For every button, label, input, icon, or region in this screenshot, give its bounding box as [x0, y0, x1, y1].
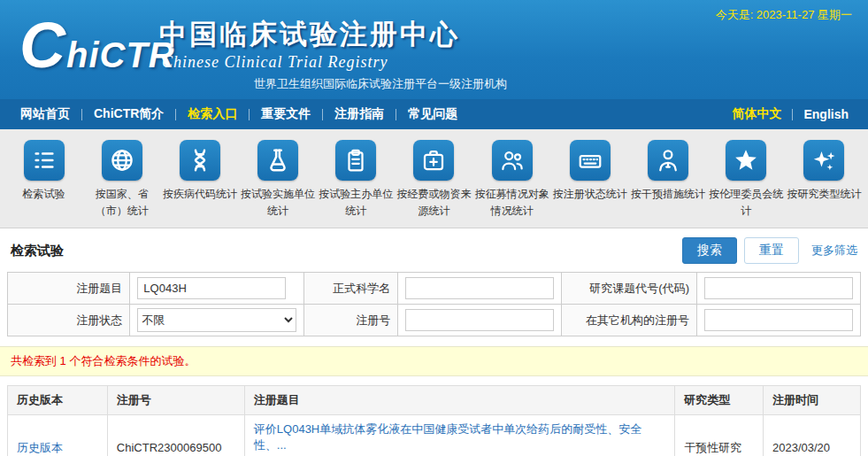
- registration-date-cell: 2023/03/20: [764, 415, 861, 456]
- people-icon: [492, 140, 533, 181]
- stat-item-by-implementing-unit[interactable]: 按试验实施单位统计: [240, 140, 317, 220]
- search-actions: 搜索 重置 更多筛选: [682, 237, 857, 264]
- lang-simplified-chinese[interactable]: 简体中文: [721, 106, 792, 122]
- language-switcher: 简体中文 English: [721, 106, 859, 122]
- main-nav: 网站首页 ChiCTR简介 检索入口 重要文件 注册指南 常见问题 简体中文 E…: [0, 99, 868, 129]
- more-filters-link[interactable]: 更多筛选: [811, 243, 857, 259]
- scientific-name-input[interactable]: [405, 277, 554, 299]
- study-type-cell: 干预性研究: [675, 415, 764, 456]
- reg-status-label: 注册状态: [8, 305, 130, 336]
- trial-title-link[interactable]: 评价LQ043H单域抗体雾化液在中国健康受试者中单次给药后的耐受性、安全性、..…: [254, 422, 641, 452]
- site-title-chinese: 中国临床试验注册中心: [159, 16, 460, 53]
- project-code-label: 研究课题代号(代码): [562, 273, 697, 305]
- stat-item-search-trials[interactable]: 检索试验: [5, 140, 82, 220]
- dna-icon: [180, 140, 220, 181]
- reg-number-input[interactable]: [405, 309, 554, 331]
- globe-icon: [102, 140, 142, 181]
- search-form: 注册题目 正式科学名 研究课题代号(代码) 注册状态 不限 注册号 在其它机构的…: [7, 272, 861, 336]
- stat-item-label: 按注册状态统计: [553, 186, 627, 203]
- other-reg-number-label: 在其它机构的注册号: [562, 305, 697, 336]
- stat-item-by-sponsor-unit[interactable]: 按试验主办单位统计: [318, 140, 395, 220]
- search-section-title: 检索试验: [11, 243, 64, 259]
- clipboard-icon: [335, 140, 376, 181]
- stat-item-by-intervention[interactable]: 按干预措施统计: [630, 140, 707, 220]
- col-header-history: 历史版本: [8, 386, 108, 415]
- reg-status-select[interactable]: 不限: [137, 308, 296, 332]
- nav-item-guide[interactable]: 注册指南: [323, 106, 396, 122]
- project-code-input[interactable]: [704, 277, 853, 299]
- col-header-study-type: 研究类型: [675, 386, 764, 415]
- flask-icon: [257, 140, 298, 181]
- stat-item-by-ethics-committee[interactable]: 按伦理委员会统计: [708, 140, 785, 220]
- keyboard-icon: [570, 140, 611, 181]
- site-subtitle: 世界卫生组织国际临床试验注册平台一级注册机构: [254, 76, 507, 92]
- star-icon: [726, 140, 766, 181]
- stat-item-by-registration-status[interactable]: 按注册状态统计: [551, 140, 628, 220]
- other-reg-number-input[interactable]: [704, 309, 853, 331]
- nav-item-home[interactable]: 网站首页: [9, 106, 81, 122]
- stat-item-by-country[interactable]: 按国家、省（市）统计: [83, 140, 160, 220]
- search-button[interactable]: 搜索: [682, 237, 737, 264]
- table-row: 历史版本 ChiCTR2300069500 评价LQ043H单域抗体雾化液在中国…: [8, 415, 861, 456]
- stat-item-by-study-type[interactable]: 按研究类型统计: [786, 140, 863, 220]
- results-header-row: 历史版本 注册号 注册题目 研究类型 注册时间: [8, 386, 861, 415]
- reset-button[interactable]: 重置: [744, 237, 799, 264]
- col-header-title: 注册题目: [244, 386, 674, 415]
- list-123-icon: [24, 140, 65, 181]
- col-header-reg-number: 注册号: [107, 386, 244, 415]
- search-section-header: 检索试验 搜索 重置 更多筛选: [0, 228, 868, 272]
- nav-item-about[interactable]: ChiCTR简介: [82, 106, 175, 122]
- results-summary: 共检索到 1 个符合检索条件的试验。: [0, 346, 868, 376]
- stat-item-label: 检索试验: [7, 186, 81, 203]
- stat-item-label: 按经费或物资来源统计: [396, 186, 471, 219]
- site-title-english: Chinese Clinical Trial Registry: [162, 53, 388, 72]
- history-version-link[interactable]: 历史版本: [17, 441, 63, 454]
- form-row: 注册状态 不限 注册号 在其它机构的注册号: [8, 305, 861, 336]
- scientific-name-label: 正式科学名: [304, 273, 398, 305]
- stat-item-by-funding-source[interactable]: 按经费或物资来源统计: [396, 140, 472, 220]
- col-header-reg-date: 注册时间: [764, 386, 861, 415]
- stat-item-label: 按国家、省（市）统计: [85, 186, 159, 219]
- form-row: 注册题目 正式科学名 研究课题代号(代码): [8, 273, 861, 305]
- stat-item-label: 按征募情况对象情况统计: [475, 186, 549, 219]
- today-date: 今天是: 2023-11-27 星期一: [716, 7, 852, 23]
- stat-item-label: 按干预措施统计: [631, 186, 705, 203]
- reg-title-label: 注册题目: [8, 273, 130, 305]
- stat-item-label: 按疾病代码统计: [163, 186, 237, 203]
- stat-item-by-recruitment[interactable]: 按征募情况对象情况统计: [473, 140, 550, 220]
- stat-item-by-disease-code[interactable]: 按疾病代码统计: [161, 140, 238, 220]
- stat-item-label: 按试验主办单位统计: [319, 186, 393, 219]
- nav-item-faq[interactable]: 常见问题: [396, 106, 469, 122]
- lang-english[interactable]: English: [793, 107, 859, 121]
- stat-item-label: 按伦理委员会统计: [709, 186, 783, 219]
- site-header: 今天是: 2023-11-27 星期一 ChiCTR 中国临床试验注册中心 Ch…: [0, 0, 868, 99]
- results-table: 历史版本 注册号 注册题目 研究类型 注册时间 历史版本 ChiCTR23000…: [7, 385, 861, 456]
- nav-item-documents[interactable]: 重要文件: [250, 106, 322, 122]
- trial-title-cell: 评价LQ043H单域抗体雾化液在中国健康受试者中单次给药后的耐受性、安全性、..…: [244, 415, 674, 456]
- medical-box-icon: [413, 140, 454, 181]
- sparkles-icon: [803, 140, 844, 181]
- chictr-logo[interactable]: ChiCTR: [19, 14, 175, 86]
- statistics-icon-strip: 检索试验 按国家、省（市）统计 按疾病代码统计 按试验实施单位统计: [0, 129, 868, 228]
- reg-title-input[interactable]: [137, 277, 286, 299]
- stat-item-label: 按试验实施单位统计: [241, 186, 315, 219]
- nav-item-search-entry[interactable]: 检索入口: [176, 106, 249, 122]
- stat-item-label: 按研究类型统计: [787, 186, 861, 203]
- doctor-icon: [648, 140, 688, 181]
- registration-number-cell: ChiCTR2300069500: [107, 415, 244, 456]
- reg-number-label: 注册号: [304, 305, 398, 336]
